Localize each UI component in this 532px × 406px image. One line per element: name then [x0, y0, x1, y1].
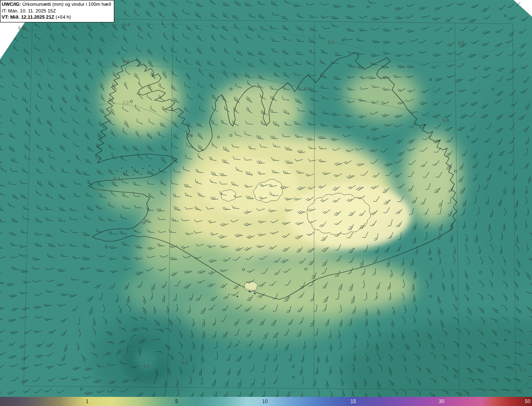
colorbar-tick-label: 15 — [350, 399, 356, 404]
wind-barb-icon — [0, 36, 6, 40]
colorbar-tick-label: 5 — [175, 399, 178, 404]
colorbar-tick-label: 10 — [262, 399, 268, 404]
wind-barb-icon — [10, 25, 17, 31]
product-name: Úrkomumætti (mm) og vindur i 100m hæð — [21, 2, 111, 7]
wind-barb-icon — [0, 22, 7, 27]
map-stage: 5.86.46.14.86.46.43.35.52.15.96.33.034.6… — [0, 0, 532, 397]
colorbar-tick-label: 30 — [439, 399, 444, 404]
model-name: UWC/IG: — [2, 2, 21, 7]
colorbar-tick-label: 50 — [525, 399, 530, 404]
colorbar-legend: 1510153050 — [0, 397, 532, 406]
valid-time: VT: Mið. 12.11.2025 21Z — [2, 15, 54, 20]
title-line-init-time: IT: Mán. 10. 11. 2025 15Z — [2, 8, 111, 15]
colorbar-tick-label: 1 — [86, 399, 89, 404]
map-canvas — [0, 0, 532, 397]
title-line-model: UWC/IG: Úrkomumætti (mm) og vindur i 100… — [2, 1, 111, 8]
weather-map-app: 5.86.46.14.86.46.43.35.52.15.96.33.034.6… — [0, 0, 532, 406]
title-line-valid-time: VT: Mið. 12.11.2025 21Z (+54 h) — [2, 14, 111, 21]
forecast-title-box: UWC/IG: Úrkomumætti (mm) og vindur i 100… — [0, 0, 114, 22]
lead-time: (+54 h) — [54, 15, 71, 20]
wind-barb-icon — [524, 2, 530, 10]
